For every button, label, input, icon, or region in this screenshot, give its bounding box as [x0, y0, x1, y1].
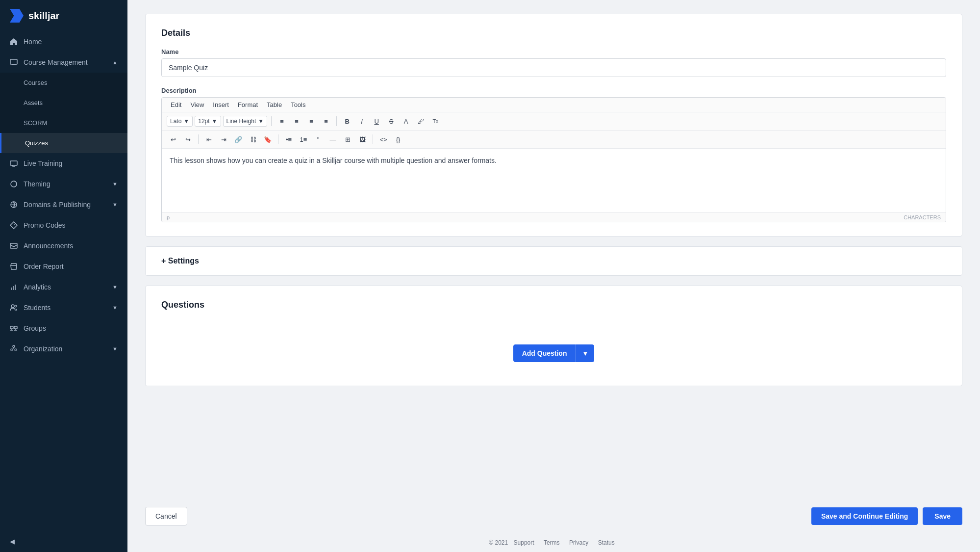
courses-label: Courses — [24, 79, 47, 86]
save-continue-button[interactable]: Save and Continue Editing — [811, 507, 918, 525]
svg-rect-7 — [13, 286, 14, 290]
menu-format[interactable]: Format — [234, 100, 262, 110]
logo-icon — [10, 9, 24, 23]
sidebar-item-groups[interactable]: Groups — [0, 318, 127, 339]
domains-icon — [10, 201, 18, 209]
sidebar-item-home[interactable]: Home — [0, 31, 127, 52]
align-left-btn[interactable]: ≡ — [276, 115, 288, 128]
table-btn[interactable]: ⊞ — [341, 133, 354, 146]
source-btn[interactable]: {} — [392, 133, 404, 146]
strikethrough-btn[interactable]: S — [385, 115, 398, 128]
analytics-label: Analytics — [24, 283, 51, 291]
form-actions: Cancel Save and Continue Editing Save — [127, 499, 980, 533]
chevron-down-icon-domains: ▼ — [112, 202, 118, 208]
name-label: Name — [161, 48, 946, 55]
menu-view[interactable]: View — [186, 100, 208, 110]
align-right-btn[interactable]: ≡ — [305, 115, 318, 128]
analytics-icon — [10, 283, 18, 291]
align-center-btn[interactable]: ≡ — [290, 115, 303, 128]
blockquote-btn[interactable]: " — [312, 133, 325, 146]
sidebar-item-announcements[interactable]: Announcements — [0, 236, 127, 256]
groups-icon — [10, 324, 18, 332]
students-icon — [10, 304, 18, 312]
footer-privacy[interactable]: Privacy — [569, 539, 588, 546]
chevron-down-icon-analytics: ▼ — [112, 284, 118, 290]
superscript-btn[interactable]: Tx — [429, 115, 442, 128]
sidebar: skilljar Home Course Management ▲ Course… — [0, 0, 127, 552]
image-btn[interactable]: 🖼 — [356, 133, 369, 146]
cancel-button[interactable]: Cancel — [145, 507, 187, 526]
redo-btn[interactable]: ↪ — [181, 133, 194, 146]
sidebar-item-students[interactable]: Students ▼ — [0, 297, 127, 318]
outdent-btn[interactable]: ⇤ — [202, 133, 215, 146]
add-question-button[interactable]: Add Question — [513, 344, 576, 362]
page-footer: © 2021 Support Terms Privacy Status — [127, 533, 980, 552]
hr-btn[interactable]: — — [327, 133, 339, 146]
font-size-value: 12pt — [198, 118, 209, 125]
menu-edit[interactable]: Edit — [167, 100, 185, 110]
highlight-btn[interactable]: 🖊 — [414, 115, 427, 128]
sidebar-item-theming[interactable]: Theming ▼ — [0, 174, 127, 194]
sidebar-collapse-button[interactable]: ◀ — [0, 531, 127, 552]
code-btn[interactable]: <> — [377, 133, 390, 146]
sidebar-course-management-label: Course Management — [24, 58, 88, 66]
undo-btn[interactable]: ↩ — [167, 133, 179, 146]
scorm-label: SCORM — [24, 119, 47, 127]
course-management-submenu: Courses Assets SCORM Quizzes — [0, 73, 127, 153]
font-value: Lato — [170, 118, 181, 125]
link-btn[interactable]: 🔗 — [232, 133, 245, 146]
bullet-list-btn[interactable]: •≡ — [282, 133, 295, 146]
menu-tools[interactable]: Tools — [287, 100, 309, 110]
right-actions: Save and Continue Editing Save — [811, 507, 962, 525]
name-input[interactable] — [161, 58, 946, 77]
sidebar-item-analytics[interactable]: Analytics ▼ — [0, 277, 127, 297]
sidebar-item-scorm[interactable]: SCORM — [0, 113, 127, 133]
course-icon — [10, 58, 18, 66]
sidebar-item-order-report[interactable]: Order Report — [0, 256, 127, 277]
chevron-down-icon-org: ▼ — [112, 346, 118, 352]
footer-status[interactable]: Status — [598, 539, 615, 546]
anchor-btn[interactable]: 🔖 — [261, 133, 274, 146]
sidebar-item-promo-codes[interactable]: Promo Codes — [0, 215, 127, 236]
save-button[interactable]: Save — [923, 507, 962, 525]
divider-2 — [336, 116, 337, 126]
sidebar-item-domains-publishing[interactable]: Domains & Publishing ▼ — [0, 194, 127, 215]
divider-3 — [198, 134, 199, 144]
logo[interactable]: skilljar — [0, 0, 127, 31]
menu-table[interactable]: Table — [263, 100, 286, 110]
sidebar-item-organization[interactable]: Organization ▼ — [0, 339, 127, 359]
lh-dropdown-icon: ▼ — [258, 118, 264, 125]
font-color-btn[interactable]: A — [400, 115, 412, 128]
unlink-btn[interactable]: ⛓ — [247, 133, 259, 146]
numbered-list-btn[interactable]: 1≡ — [297, 133, 310, 146]
font-selector[interactable]: Lato ▼ — [167, 116, 193, 127]
svg-rect-8 — [15, 285, 16, 290]
sidebar-item-course-management[interactable]: Course Management ▲ — [0, 52, 127, 73]
questions-title: Questions — [161, 300, 946, 310]
order-icon — [10, 263, 18, 270]
bold-btn[interactable]: B — [341, 115, 353, 128]
sidebar-item-quizzes[interactable]: Quizzes — [0, 133, 127, 153]
underline-btn[interactable]: U — [370, 115, 383, 128]
indent-btn[interactable]: ⇥ — [217, 133, 230, 146]
order-report-label: Order Report — [24, 263, 64, 270]
details-title: Details — [161, 28, 946, 38]
students-label: Students — [24, 304, 50, 312]
line-height-selector[interactable]: Line Height ▼ — [223, 116, 268, 127]
sidebar-item-courses[interactable]: Courses — [0, 73, 127, 93]
footer-terms[interactable]: Terms — [544, 539, 560, 546]
sidebar-item-assets[interactable]: Assets — [0, 93, 127, 113]
live-training-label: Live Training — [24, 159, 62, 167]
sidebar-item-live-training[interactable]: Live Training — [0, 153, 127, 174]
footer-support[interactable]: Support — [514, 539, 534, 546]
italic-btn[interactable]: I — [355, 115, 368, 128]
editor-body[interactable]: This lesson shows how you can create a q… — [162, 149, 946, 212]
menu-insert[interactable]: Insert — [209, 100, 233, 110]
domains-publishing-label: Domains & Publishing — [24, 201, 91, 209]
settings-header[interactable]: + Settings — [161, 257, 946, 265]
promo-icon — [10, 221, 18, 229]
font-dropdown-icon: ▼ — [183, 118, 189, 125]
font-size-selector[interactable]: 12pt ▼ — [195, 116, 221, 127]
add-question-dropdown-arrow[interactable]: ▼ — [576, 344, 594, 362]
align-justify-btn[interactable]: ≡ — [320, 115, 332, 128]
